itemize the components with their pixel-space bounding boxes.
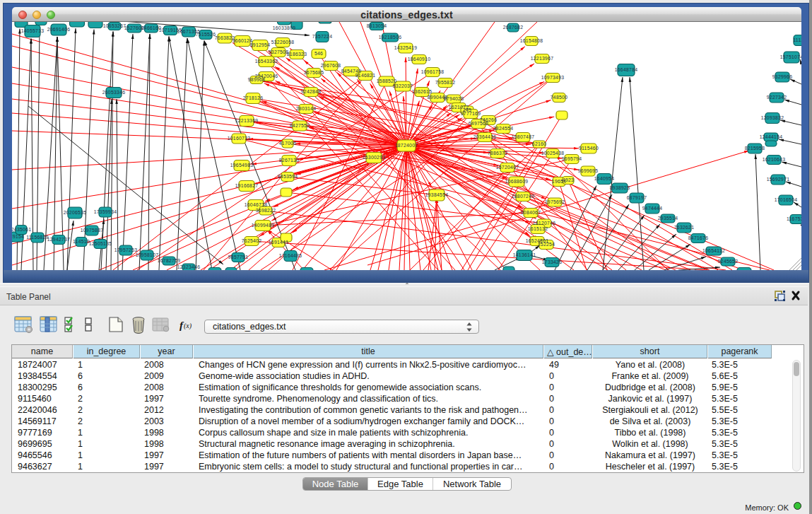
- svg-text:11123: 11123: [793, 37, 801, 42]
- svg-text:4923: 4923: [563, 177, 574, 182]
- svg-text:417006: 417006: [279, 141, 296, 146]
- svg-text:11156829: 11156829: [26, 235, 49, 240]
- svg-text:10958107: 10958107: [136, 252, 159, 257]
- svg-text:8471676: 8471676: [688, 235, 709, 240]
- svg-text:6879197: 6879197: [627, 195, 647, 200]
- svg-text:3824554: 3824554: [493, 126, 514, 131]
- svg-text:1588520: 1588520: [377, 78, 397, 83]
- svg-text:16648784: 16648784: [615, 67, 638, 72]
- svg-text:15300293: 15300293: [363, 155, 386, 160]
- svg-text:9777169: 9777169: [461, 111, 481, 116]
- svg-text:10654112: 10654112: [702, 248, 725, 253]
- svg-text:8215958: 8215958: [745, 146, 765, 151]
- svg-text:989968: 989968: [248, 77, 265, 82]
- svg-text:1640954: 1640954: [594, 176, 615, 181]
- svg-text:53226058: 53226058: [271, 40, 295, 45]
- svg-text:9084067: 9084067: [521, 210, 541, 215]
- svg-text:17957253: 17957253: [114, 247, 138, 252]
- svg-text:12505135: 12505135: [89, 241, 112, 246]
- svg-text:9857791: 9857791: [228, 255, 249, 259]
- svg-text:7886372: 7886372: [488, 151, 508, 156]
- svg-text:8912954: 8912954: [250, 42, 271, 47]
- svg-text:14099489: 14099489: [252, 223, 275, 228]
- svg-text:20691406: 20691406: [47, 27, 71, 32]
- svg-text:19218506: 19218506: [379, 35, 402, 40]
- svg-text:2718126: 2718126: [243, 95, 264, 100]
- svg-text:8186323: 8186323: [287, 52, 307, 57]
- svg-text:16782759: 16782759: [158, 258, 181, 263]
- svg-text:10688609: 10688609: [505, 179, 529, 184]
- svg-text:17016504: 17016504: [775, 197, 798, 202]
- svg-text:17359934: 17359934: [94, 209, 117, 214]
- svg-text:12213967: 12213967: [531, 56, 554, 61]
- svg-text:1615132: 1615132: [528, 226, 548, 231]
- svg-text:8322037: 8322037: [393, 83, 413, 88]
- svg-text:19166827: 19166827: [235, 183, 259, 188]
- svg-text:114519: 114519: [73, 239, 90, 244]
- svg-text:15720407: 15720407: [496, 165, 519, 170]
- svg-text:12093832: 12093832: [761, 115, 784, 120]
- svg-text:16046738: 16046738: [245, 202, 268, 207]
- svg-text:1167534: 1167534: [787, 216, 801, 221]
- svg-text:9329966: 9329966: [772, 74, 793, 79]
- svg-text:2435061: 2435061: [12, 227, 31, 232]
- svg-text:7955812: 7955812: [435, 80, 456, 85]
- svg-text:10025438: 10025438: [541, 151, 565, 156]
- svg-text:62160: 62160: [532, 141, 546, 146]
- svg-text:12323446: 12323446: [177, 264, 201, 269]
- svg-text:3675685: 3675685: [304, 70, 324, 75]
- svg-text:12942737: 12942737: [47, 237, 71, 242]
- svg-text:18640910: 18640910: [408, 57, 431, 62]
- svg-text:14055713: 14055713: [21, 28, 45, 33]
- svg-text:1362615: 1362615: [412, 89, 433, 94]
- svg-text:16033809: 16033809: [273, 25, 296, 30]
- svg-text:14325419: 14325419: [394, 45, 418, 50]
- svg-text:8938923: 8938923: [610, 185, 630, 190]
- svg-text:7515526: 7515526: [196, 32, 216, 37]
- svg-text:10807487: 10807487: [512, 134, 535, 139]
- svg-text:20364436: 20364436: [473, 134, 497, 139]
- svg-text:1691441: 1691441: [269, 240, 289, 245]
- svg-text:3698222: 3698222: [256, 208, 276, 213]
- svg-text:14136141: 14136141: [513, 252, 536, 257]
- svg-text:8267130: 8267130: [279, 158, 300, 163]
- svg-text:6794028: 6794028: [444, 96, 464, 101]
- svg-text:9327508: 9327508: [269, 49, 289, 54]
- svg-text:8427552: 8427552: [290, 123, 310, 128]
- svg-text:9227342: 9227342: [767, 95, 787, 100]
- svg-text:7357224: 7357224: [312, 34, 333, 39]
- svg-text:20206535: 20206535: [64, 210, 87, 215]
- svg-text:9242848: 9242848: [301, 89, 322, 94]
- svg-text:8813054: 8813054: [367, 23, 387, 28]
- svg-text:16154808: 16154808: [520, 38, 543, 43]
- svg-text:10961758: 10961758: [421, 69, 445, 74]
- svg-text:9115460: 9115460: [579, 146, 599, 151]
- svg-text:26053346: 26053346: [102, 90, 126, 95]
- svg-text:9695794: 9695794: [562, 156, 582, 161]
- svg-text:6497568: 6497568: [469, 121, 489, 126]
- svg-text:12444154: 12444154: [760, 134, 783, 139]
- svg-text:10973493: 10973493: [541, 75, 565, 80]
- svg-text:9146821: 9146821: [355, 73, 376, 78]
- svg-text:1733426: 1733426: [542, 259, 563, 264]
- svg-text:18724007: 18724007: [395, 143, 418, 148]
- svg-text:7632621: 7632621: [674, 225, 695, 230]
- svg-text:2687682: 2687682: [503, 25, 524, 30]
- svg-text:748500: 748500: [551, 95, 567, 100]
- svg-text:15692971: 15692971: [767, 177, 790, 182]
- svg-text:19654983: 19654983: [230, 163, 254, 168]
- svg-text:10975887: 10975887: [81, 228, 104, 233]
- svg-text:9474444: 9474444: [642, 206, 663, 211]
- svg-text:16210643: 16210643: [763, 157, 786, 162]
- svg-text:16543362: 16543362: [255, 59, 278, 64]
- svg-text:546: 546: [314, 51, 323, 56]
- svg-text:8453594: 8453594: [278, 174, 298, 179]
- svg-text:7625402: 7625402: [242, 238, 262, 243]
- svg-text:10653267: 10653267: [103, 23, 126, 28]
- svg-text:19384554: 19384554: [425, 192, 449, 197]
- svg-text:39154: 39154: [12, 234, 24, 239]
- svg-text:16120746: 16120746: [533, 221, 556, 226]
- svg-text:1975692: 1975692: [545, 199, 565, 204]
- svg-text:15751074: 15751074: [780, 54, 801, 59]
- svg-text:9699695: 9699695: [578, 168, 599, 173]
